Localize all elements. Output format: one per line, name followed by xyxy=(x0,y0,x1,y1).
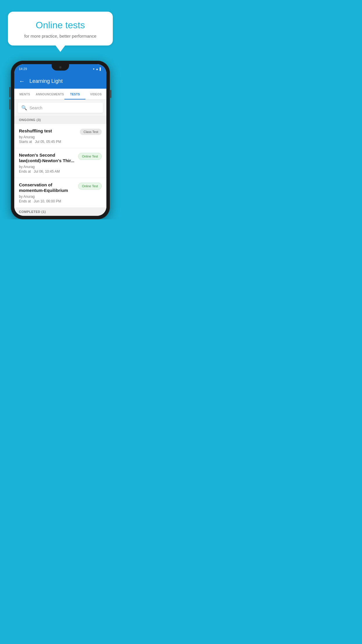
tab-videos[interactable]: VIDEOS xyxy=(85,89,106,99)
phone-mockup: 14:29 ▾ ▲ ▌ ← Learning Light MENTS xyxy=(11,61,110,219)
phone-screen: 14:29 ▾ ▲ ▌ ← Learning Light MENTS xyxy=(14,64,106,216)
test-author-newton: by Anurag xyxy=(19,165,75,169)
app-title: Learning Light xyxy=(29,78,63,84)
test-item-reshuffling[interactable]: Reshuffling test by Anurag Starts at Jul… xyxy=(14,124,106,148)
volume-buttons xyxy=(9,87,10,110)
test-info-newton: Newton's Second law(contd)-Newton's Thir… xyxy=(19,152,78,174)
test-time-newton: Ends at Jul 06, 10:45 AM xyxy=(19,169,75,174)
test-item-conservation[interactable]: Conservation of momentum-Equilibrium by … xyxy=(14,178,106,208)
search-icon: 🔍 xyxy=(21,105,27,111)
search-placeholder: Search xyxy=(29,106,42,110)
promo-section: Online tests for more practice, better p… xyxy=(0,0,121,46)
speech-bubble: Online tests for more practice, better p… xyxy=(8,12,113,46)
status-icons: ▾ ▲ ▌ xyxy=(93,67,102,71)
test-time-conservation: Ends at Jun 10, 06:00 PM xyxy=(19,199,75,203)
phone-outer: 14:29 ▾ ▲ ▌ ← Learning Light MENTS xyxy=(11,61,110,219)
status-time: 14:29 xyxy=(19,67,27,71)
wifi-icon: ▾ xyxy=(93,67,94,71)
test-name-reshuffling: Reshuffling test xyxy=(19,128,76,134)
status-bar: 14:29 ▾ ▲ ▌ xyxy=(14,64,106,74)
app-bar: ← Learning Light xyxy=(14,74,106,89)
online-test-badge-newton: Online Test xyxy=(78,153,102,160)
bubble-subtitle: for more practice, better performance xyxy=(17,34,103,38)
test-info-conservation: Conservation of momentum-Equilibrium by … xyxy=(19,182,78,203)
signal-icon: ▲ xyxy=(96,67,99,71)
tab-announcements[interactable]: ANNOUNCEMENTS xyxy=(35,89,65,99)
test-name-newton: Newton's Second law(contd)-Newton's Thir… xyxy=(19,152,75,164)
power-button xyxy=(110,90,111,98)
notch xyxy=(52,64,69,71)
tab-ments[interactable]: MENTS xyxy=(14,89,35,99)
completed-section-label: COMPLETED (1) xyxy=(14,208,106,216)
test-author-conservation: by Anurag xyxy=(19,195,75,199)
back-button[interactable]: ← xyxy=(19,78,25,85)
test-info-reshuffling: Reshuffling test by Anurag Starts at Jul… xyxy=(19,128,80,144)
test-item-newton[interactable]: Newton's Second law(contd)-Newton's Thir… xyxy=(14,148,106,178)
class-test-badge-reshuffling: Class Test xyxy=(80,129,102,135)
search-bar[interactable]: 🔍 Search xyxy=(18,103,103,113)
bubble-title: Online tests xyxy=(17,20,103,31)
test-author-reshuffling: by Anurag xyxy=(19,135,76,139)
online-test-badge-conservation: Online Test xyxy=(78,183,102,190)
ongoing-section-label: ONGOING (3) xyxy=(14,116,106,124)
tab-tests[interactable]: TESTS xyxy=(64,89,85,99)
search-container: 🔍 Search xyxy=(14,100,106,116)
camera xyxy=(59,66,61,69)
battery-icon: ▌ xyxy=(100,67,102,71)
test-name-conservation: Conservation of momentum-Equilibrium xyxy=(19,182,75,193)
test-list: Reshuffling test by Anurag Starts at Jul… xyxy=(14,124,106,208)
test-time-reshuffling: Starts at Jul 05, 05:45 PM xyxy=(19,140,76,144)
tab-bar: MENTS ANNOUNCEMENTS TESTS VIDEOS xyxy=(14,89,106,100)
